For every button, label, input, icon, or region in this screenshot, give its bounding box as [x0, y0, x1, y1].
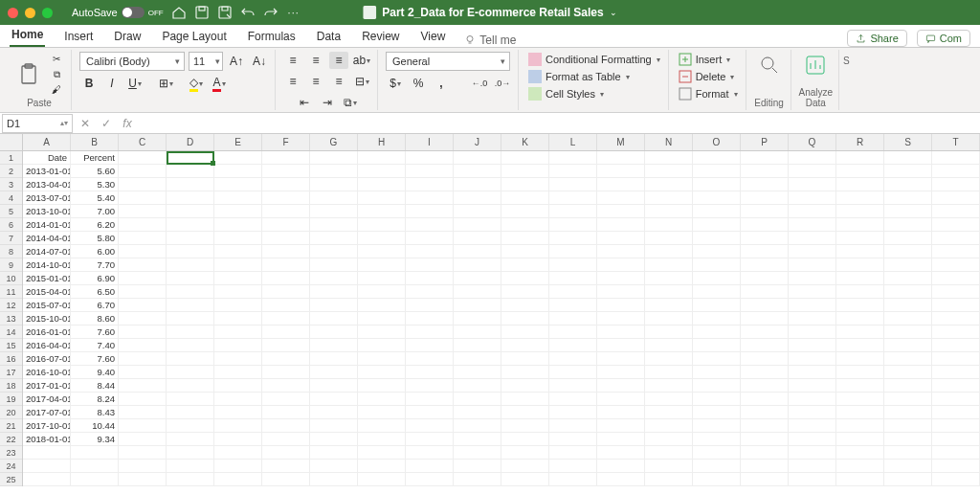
cell[interactable]: 7.70 — [71, 258, 119, 271]
cell[interactable] — [597, 460, 645, 472]
cell[interactable] — [789, 406, 836, 418]
cell[interactable] — [741, 285, 789, 298]
cell[interactable] — [214, 285, 262, 298]
cell[interactable] — [789, 473, 836, 485]
cell[interactable] — [741, 272, 789, 284]
cell[interactable] — [741, 218, 789, 231]
cell[interactable]: 5.30 — [71, 178, 119, 191]
cell[interactable] — [406, 366, 454, 378]
cell[interactable]: 7.60 — [71, 352, 119, 365]
col-header-K[interactable]: K — [501, 134, 549, 150]
row-header[interactable]: 4 — [0, 191, 22, 205]
cell[interactable] — [119, 339, 167, 351]
tab-insert[interactable]: Insert — [62, 26, 95, 47]
decrease-indent-button[interactable]: ⇤ — [295, 94, 314, 111]
document-title[interactable]: Part 2_Data for E-commerce Retail Sales … — [363, 6, 616, 19]
row-header[interactable]: 18 — [0, 379, 22, 393]
cell[interactable] — [549, 393, 597, 405]
cell[interactable] — [884, 339, 932, 351]
cell[interactable] — [119, 232, 167, 244]
cell[interactable] — [167, 151, 214, 164]
cell[interactable] — [262, 258, 310, 271]
cell[interactable] — [789, 285, 836, 298]
row-header[interactable]: 8 — [0, 245, 22, 258]
cell[interactable] — [836, 191, 884, 204]
cell[interactable]: 9.40 — [71, 366, 119, 378]
fill-color-button[interactable]: ◇ — [187, 75, 206, 92]
cell[interactable] — [358, 379, 406, 392]
cell[interactable] — [884, 272, 932, 284]
cell[interactable] — [884, 379, 932, 392]
cell[interactable] — [358, 460, 406, 472]
formula-input[interactable] — [138, 114, 980, 133]
cell[interactable] — [836, 258, 884, 271]
cell[interactable]: 6.00 — [71, 245, 119, 258]
cell[interactable] — [932, 339, 980, 351]
cell[interactable] — [262, 419, 310, 432]
cell[interactable] — [167, 366, 214, 378]
cell[interactable] — [167, 191, 214, 204]
cell[interactable] — [71, 473, 119, 485]
cell[interactable] — [23, 460, 71, 472]
cell[interactable] — [358, 218, 406, 231]
cell[interactable] — [836, 299, 884, 311]
cell[interactable] — [454, 285, 501, 298]
cell[interactable] — [310, 245, 358, 258]
cell[interactable] — [119, 433, 167, 445]
row-header[interactable]: 24 — [0, 460, 22, 473]
cell[interactable] — [789, 165, 836, 177]
cell[interactable] — [693, 165, 741, 177]
cell[interactable] — [214, 218, 262, 231]
cell[interactable] — [406, 393, 454, 405]
cell[interactable]: 5.60 — [71, 165, 119, 177]
cell[interactable] — [549, 299, 597, 311]
cell[interactable] — [693, 339, 741, 351]
cell[interactable] — [454, 473, 501, 485]
cell[interactable] — [549, 232, 597, 244]
increase-indent-button[interactable]: ⇥ — [318, 94, 337, 111]
cell[interactable]: 5.80 — [71, 232, 119, 244]
cell[interactable] — [645, 379, 693, 392]
cell[interactable] — [406, 419, 454, 432]
cell[interactable] — [836, 460, 884, 472]
cell[interactable] — [884, 352, 932, 365]
cell[interactable] — [167, 406, 214, 418]
cell[interactable] — [167, 312, 214, 325]
cell[interactable] — [693, 151, 741, 164]
increase-decimal-button[interactable]: ←.0 — [470, 75, 489, 92]
cell[interactable] — [836, 446, 884, 459]
cell[interactable] — [645, 326, 693, 338]
cell[interactable] — [310, 218, 358, 231]
cell[interactable] — [645, 285, 693, 298]
cell[interactable] — [645, 366, 693, 378]
cell[interactable] — [932, 352, 980, 365]
cell[interactable] — [262, 232, 310, 244]
cell[interactable]: 10.44 — [71, 419, 119, 432]
cell[interactable] — [310, 205, 358, 217]
save-as-icon[interactable] — [217, 5, 233, 20]
cell[interactable] — [597, 272, 645, 284]
cell[interactable] — [884, 218, 932, 231]
cell[interactable] — [741, 393, 789, 405]
cell[interactable] — [884, 205, 932, 217]
cell[interactable] — [549, 272, 597, 284]
cell[interactable] — [836, 312, 884, 325]
zoom-window-button[interactable] — [42, 8, 53, 18]
fx-button[interactable]: fx — [117, 117, 138, 130]
percent-format-button[interactable]: % — [409, 75, 428, 92]
cell[interactable] — [884, 312, 932, 325]
cell[interactable]: 2016-01-01 — [23, 326, 71, 338]
cell[interactable] — [932, 218, 980, 231]
cell[interactable] — [884, 165, 932, 177]
col-header-F[interactable]: F — [262, 134, 310, 150]
cell[interactable] — [645, 165, 693, 177]
cell[interactable] — [358, 151, 406, 164]
cell[interactable] — [501, 205, 549, 217]
cell[interactable] — [836, 406, 884, 418]
cell[interactable] — [501, 258, 549, 271]
cell[interactable] — [214, 473, 262, 485]
cell[interactable] — [167, 245, 214, 258]
cell[interactable] — [645, 419, 693, 432]
cell[interactable] — [119, 245, 167, 258]
format-painter-button[interactable]: 🖌 — [48, 83, 65, 97]
